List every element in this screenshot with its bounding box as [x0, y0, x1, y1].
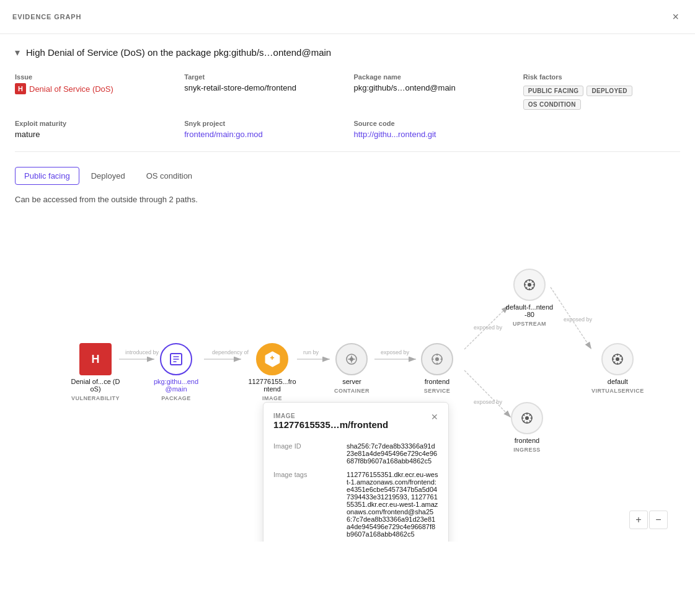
header-title: EVIDENCE GRAPH — [12, 13, 81, 20]
upstream-icon — [513, 269, 546, 301]
popup-imagetags-label: Image tags — [273, 471, 342, 478]
popup-header: IMAGE 11277615535…m/frontend ✕ — [273, 413, 438, 437]
exploit-label: Exploit maturity — [15, 120, 172, 127]
svg-text:dependency of: dependency of — [212, 349, 249, 355]
image-popup: IMAGE 11277615535…m/frontend ✕ Image ID … — [263, 402, 449, 542]
node-container[interactable]: server CONTAINER — [334, 343, 370, 394]
vuln-sublabel: VULNERABILITY — [71, 395, 120, 401]
node-image[interactable]: 112776155...frontend IMAGE — [247, 343, 297, 401]
issue-type: Denial of Service (DoS) — [29, 84, 113, 94]
default-vs-label: default — [608, 378, 628, 385]
snyk-project-label: Snyk project — [184, 120, 341, 127]
node-service[interactable]: frontend SERVICE — [421, 343, 453, 394]
image-label: 112776155...frontend — [247, 378, 297, 393]
risk-badge-os: OS CONDITION — [523, 99, 581, 110]
meta-source: Source code http://githu...rontend.git — [354, 120, 511, 139]
svg-line-7 — [551, 287, 591, 349]
exploit-value: mature — [15, 130, 172, 139]
source-link[interactable]: http://githu...rontend.git — [354, 130, 511, 139]
zoom-in-button[interactable]: + — [629, 511, 648, 529]
upstream-sublabel: UPSTREAM — [513, 321, 546, 327]
meta-issue: Issue H Denial of Service (DoS) — [15, 73, 172, 110]
svg-text:exposed by: exposed by — [381, 349, 410, 355]
tab-os-condition[interactable]: OS condition — [137, 167, 201, 185]
metadata-grid: Issue H Denial of Service (DoS) Target s… — [15, 73, 680, 152]
issue-label: Issue — [15, 73, 172, 81]
tab-public-facing[interactable]: Public facing — [15, 167, 79, 185]
vuln-icon: H — [79, 343, 112, 375]
frontend-ingress-label: frontend — [515, 437, 539, 444]
meta-target: Target snyk-retail-store-demo/frontend — [184, 73, 341, 110]
frontend-ingress-sublabel: INGRESS — [513, 447, 541, 453]
popup-type-label: IMAGE — [273, 413, 388, 419]
svg-point-25 — [525, 416, 529, 420]
service-label: frontend — [425, 378, 449, 385]
issue-title: High Denial of Service (DoS) on the pack… — [26, 47, 331, 58]
close-button[interactable]: × — [668, 10, 683, 24]
svg-text:exposed by: exposed by — [474, 399, 503, 405]
vuln-label: Denial of...ce (DoS) — [71, 378, 120, 393]
popup-row-imagetags: Image tags 112776155351.dkr.ecr.eu-west-… — [273, 471, 438, 538]
container-icon — [335, 343, 368, 375]
image-icon — [256, 343, 288, 375]
package-label: Package name — [354, 73, 511, 81]
meta-exploit: Exploit maturity mature — [15, 120, 172, 139]
popup-type: IMAGE 11277615535…m/frontend — [273, 413, 388, 437]
default-vs-sublabel: VIRTUALSERVICE — [591, 388, 644, 394]
popup-imageid-label: Image ID — [273, 442, 342, 450]
issue-title-row: ▾ High Denial of Service (DoS) on the pa… — [15, 47, 680, 58]
popup-title: 11277615535…m/frontend — [273, 419, 388, 430]
risk-badges: PUBLIC FACING DEPLOYED OS CONDITION — [523, 86, 680, 110]
node-frontend-ingress[interactable]: frontend INGRESS — [511, 402, 543, 453]
popup-close-button[interactable]: ✕ — [431, 413, 438, 421]
popup-row-imageid: Image ID sha256:7c7dea8b33366a91d23e81a4… — [273, 442, 438, 465]
zoom-controls: + − — [629, 511, 668, 529]
target-value: snyk-retail-store-demo/frontend — [184, 83, 341, 92]
snyk-project-link[interactable]: frontend/main:go.mod — [184, 130, 341, 139]
zoom-out-button[interactable]: − — [649, 511, 668, 529]
popup-imageid-value: sha256:7c7dea8b33366a91d23e81a4de945496e… — [347, 442, 438, 465]
svg-point-19 — [435, 357, 439, 361]
evidence-graph-header: EVIDENCE GRAPH × — [0, 0, 695, 34]
default-vs-icon — [601, 343, 634, 375]
svg-text:exposed by: exposed by — [474, 324, 503, 331]
package-value: pkg:github/s…ontend@main — [354, 83, 511, 92]
meta-risk: Risk factors PUBLIC FACING DEPLOYED OS C… — [523, 73, 680, 110]
container-sublabel: CONTAINER — [334, 388, 370, 394]
node-package[interactable]: pkg:githu...end@main PACKAGE — [151, 343, 201, 401]
chevron-icon[interactable]: ▾ — [15, 47, 20, 58]
popup-imagetags-value: 112776155351.dkr.ecr.eu-west-1.amazonaws… — [347, 471, 438, 538]
svg-text:run by: run by — [303, 349, 319, 355]
issue-value: H Denial of Service (DoS) — [15, 83, 172, 94]
meta-package: Package name pkg:github/s…ontend@main — [354, 73, 511, 110]
tab-description: Can be accessed from the outside through… — [15, 195, 680, 204]
node-vulnerability[interactable]: H Denial of...ce (DoS) VULNERABILITY — [71, 343, 120, 401]
image-sublabel: IMAGE — [262, 395, 282, 401]
svg-line-6 — [464, 370, 511, 417]
service-icon — [421, 343, 453, 375]
meta-snyk-project: Snyk project frontend/main:go.mod — [184, 120, 341, 139]
tabs-container: Public facing Deployed OS condition — [15, 167, 680, 185]
frontend-ingress-icon — [511, 402, 543, 434]
svg-point-21 — [528, 283, 531, 287]
node-upstream[interactable]: default-f...ntend-80 UPSTREAM — [505, 269, 554, 327]
svg-point-17 — [350, 357, 353, 361]
node-default-vs[interactable]: default VIRTUALSERVICE — [591, 343, 644, 394]
source-label: Source code — [354, 120, 511, 127]
main-content: ▾ High Denial of Service (DoS) on the pa… — [0, 34, 695, 554]
package-sublabel: PACKAGE — [161, 395, 191, 401]
risk-label: Risk factors — [523, 73, 680, 81]
service-sublabel: SERVICE — [424, 388, 451, 394]
h-severity-icon: H — [15, 83, 26, 94]
package-label: pkg:githu...end@main — [151, 378, 201, 393]
upstream-label: default-f...ntend-80 — [505, 303, 554, 318]
svg-point-23 — [616, 357, 619, 361]
svg-text:exposed by: exposed by — [564, 316, 593, 323]
risk-badge-deployed: DEPLOYED — [587, 86, 632, 96]
container-label: server — [342, 378, 361, 385]
tab-deployed[interactable]: Deployed — [82, 167, 135, 185]
svg-line-5 — [464, 306, 508, 349]
target-label: Target — [184, 73, 341, 81]
package-icon — [160, 343, 192, 375]
risk-badge-public: PUBLIC FACING — [523, 86, 584, 96]
